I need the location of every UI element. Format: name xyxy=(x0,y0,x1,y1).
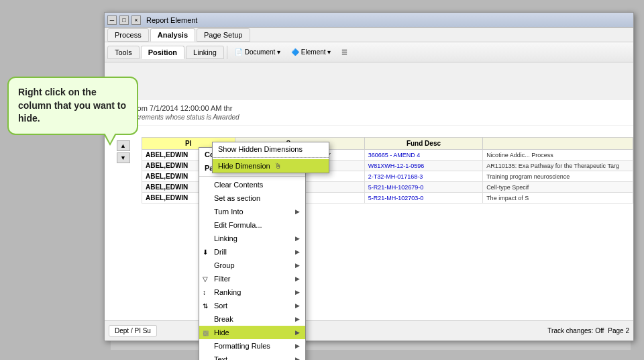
report-header: Dates from 7/1/2014 12:00:00 AM thr s on… xyxy=(105,100,633,126)
main-window: ─ □ × Report Element Process Analysis Pa… xyxy=(104,12,634,341)
tab-position[interactable]: Position xyxy=(141,46,184,59)
hide-icon: ▩ xyxy=(203,329,209,336)
sub-show-hidden-label: Show Hidden Dimensions xyxy=(218,145,303,153)
window-title: Report Element xyxy=(146,16,197,24)
ctx-sort-label: Sort xyxy=(214,302,227,310)
ctx-sep1 xyxy=(199,176,305,177)
tab-linking[interactable]: Linking xyxy=(186,46,224,59)
main-toolbar: Tools Position Linking 📄 Document ▾ 🔷 El… xyxy=(105,42,633,62)
document-btn[interactable]: 📄 Document ▾ xyxy=(230,46,285,58)
tab-analysis[interactable]: Analysis xyxy=(150,28,195,42)
callout-bubble: Right click on the column that you want … xyxy=(7,77,138,135)
callout-text: Right click on the column that you want … xyxy=(18,87,126,124)
fund-cell: 360665 - AMEND 4 xyxy=(364,150,482,161)
cursor-icon: 🖱 xyxy=(274,162,282,170)
ctx-formatting-label: Formatting Rules xyxy=(214,342,270,350)
page-indicator: Page 2 xyxy=(608,327,629,334)
top-tab-bar: Process Analysis Page Setup xyxy=(105,28,633,42)
col-header-fund: Fund Desc xyxy=(364,138,482,150)
ctx-filter-arrow: ▶ xyxy=(295,275,300,282)
desc-cell: Nicotine Addic... Process xyxy=(483,150,633,161)
ctx-drill-label: Drill xyxy=(214,248,227,256)
sub-hide-dimension[interactable]: Hide Dimension 🖱 xyxy=(213,159,329,173)
ctx-text-label: Text xyxy=(214,355,227,360)
ctx-formatting[interactable]: Formatting Rules ▶ xyxy=(199,339,305,353)
minimize-btn[interactable]: ─ xyxy=(107,15,117,25)
col-header-desc xyxy=(483,138,633,150)
ctx-group[interactable]: Group ▶ xyxy=(199,259,305,272)
ctx-sort[interactable]: ⇅ Sort ▶ xyxy=(199,299,305,312)
ctx-filter-label: Filter xyxy=(214,275,230,283)
ctx-sort-arrow: ▶ xyxy=(295,302,300,309)
element-btn[interactable]: 🔷 Element ▾ xyxy=(286,46,335,58)
drill-icon: ⬇ xyxy=(203,249,208,256)
title-bar: ─ □ × Report Element xyxy=(105,13,633,28)
ctx-hide-arrow: ▶ xyxy=(295,329,300,336)
fund-cell: 2-T32-MH-017168-3 xyxy=(364,171,482,182)
separator xyxy=(227,46,227,59)
ctx-drill-arrow: ▶ xyxy=(295,249,300,255)
maximize-btn[interactable]: □ xyxy=(119,15,129,25)
desc-cell: Training program neuroscience xyxy=(483,171,633,182)
ctx-turninto-label: Turn Into xyxy=(214,208,244,216)
ctx-ranking-label: Ranking xyxy=(214,288,241,296)
tracking-status: Track changes: Off xyxy=(547,327,604,334)
ctx-group-arrow: ▶ xyxy=(295,262,300,269)
ctx-clear[interactable]: Clear Contents xyxy=(199,178,305,191)
ctx-formula[interactable]: Edit Formula... xyxy=(199,218,305,232)
ctx-clear-label: Clear Contents xyxy=(214,181,263,189)
desc-cell: Cell-type Specif xyxy=(483,182,633,193)
ctx-text[interactable]: Text ▶ xyxy=(199,353,305,360)
ctx-ranking-arrow: ▶ xyxy=(295,289,300,296)
ctx-hide[interactable]: ▩ Hide ▶ xyxy=(199,326,305,339)
sub-sep xyxy=(213,157,329,158)
ctx-formula-label: Edit Formula... xyxy=(214,221,262,229)
report-subtitle: s only increments whose status is Awarde… xyxy=(111,114,627,121)
filter-icon: ▽ xyxy=(203,275,208,283)
ctx-turninto[interactable]: Turn Into ▶ xyxy=(199,205,305,218)
ctx-break[interactable]: Break ▶ xyxy=(199,312,305,326)
tab-process[interactable]: Process xyxy=(107,28,149,42)
ctx-linking[interactable]: Linking ▶ xyxy=(199,232,305,245)
fund-cell: 5-R21-MH-102703-0 xyxy=(364,193,482,204)
ctx-break-arrow: ▶ xyxy=(295,316,300,322)
desc-cell: AR110135: Exa Pathway for the Therapeuti… xyxy=(483,161,633,171)
ctx-section[interactable]: Set as section xyxy=(199,191,305,205)
ctx-drill[interactable]: ⬇ Drill ▶ xyxy=(199,245,305,259)
content-area: Dates from 7/1/2014 12:00:00 AM thr s on… xyxy=(105,100,633,320)
ctx-group-label: Group xyxy=(214,261,235,269)
sub-show-hidden[interactable]: Show Hidden Dimensions xyxy=(213,142,329,156)
ctx-section-label: Set as section xyxy=(214,194,260,202)
ctx-ranking[interactable]: ↕ Ranking ▶ xyxy=(199,285,305,299)
dept-pi-tab[interactable]: Dept / PI Su xyxy=(109,325,157,336)
date-range: Dates from 7/1/2014 12:00:00 AM thr xyxy=(111,104,627,112)
ctx-break-label: Break xyxy=(214,315,233,323)
hide-submenu: Show Hidden Dimensions Hide Dimension 🖱 xyxy=(212,142,329,173)
status-bar: Dept / PI Su Track changes: Off Page 2 xyxy=(105,320,633,341)
ctx-filter[interactable]: ▽ Filter ▶ xyxy=(199,272,305,285)
tab-tools[interactable]: Tools xyxy=(107,46,140,59)
list-btn[interactable]: ☰ xyxy=(337,46,352,58)
tab-page-setup[interactable]: Page Setup xyxy=(197,28,250,42)
close-btn[interactable]: × xyxy=(131,15,141,25)
fund-cell: W81XWH-12-1-0596 xyxy=(364,161,482,171)
fund-cell: 5-R21-MH-102679-0 xyxy=(364,182,482,193)
ctx-text-arrow: ▶ xyxy=(295,356,300,360)
ctx-hide-label: Hide xyxy=(214,328,229,336)
ctx-linking-label: Linking xyxy=(214,234,237,242)
nav-up[interactable]: ▲ xyxy=(117,140,130,151)
ctx-linking-arrow: ▶ xyxy=(295,235,300,242)
ranking-icon: ↕ xyxy=(203,289,206,296)
context-menu: Copy Ctrl+C Paste Ctrl+V Clear Contents … xyxy=(199,147,306,360)
nav-down[interactable]: ▼ xyxy=(117,152,130,163)
ctx-formatting-arrow: ▶ xyxy=(295,343,300,349)
sub-hide-dimension-label: Hide Dimension xyxy=(218,162,270,170)
ctx-turninto-arrow: ▶ xyxy=(295,208,300,215)
sort-icon: ⇅ xyxy=(203,302,208,310)
desc-cell: The impact of S xyxy=(483,193,633,204)
